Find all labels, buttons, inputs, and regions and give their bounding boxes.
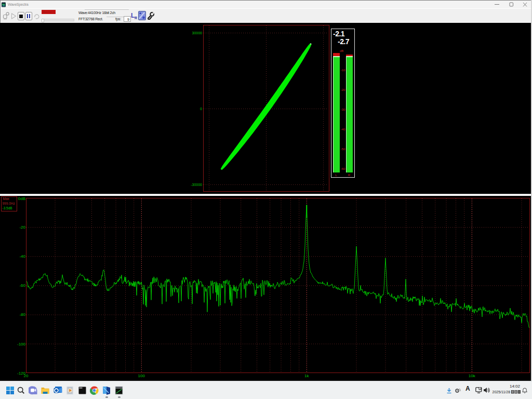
svg-text:-40: -40 — [19, 254, 25, 259]
svg-text:-10: -10 — [341, 69, 345, 72]
svg-text:R: R — [348, 174, 351, 177]
svg-text:-3.5dB: -3.5dB — [3, 206, 12, 210]
svg-text:L: L — [335, 174, 337, 177]
svg-text:100: 100 — [138, 374, 145, 378]
svg-text:999.0Hz: 999.0Hz — [3, 202, 15, 205]
svg-text:-40: -40 — [341, 128, 345, 131]
svg-text:-30000: -30000 — [191, 183, 202, 187]
svg-text:-20: -20 — [19, 225, 25, 230]
svg-text:-20: -20 — [341, 88, 345, 91]
svg-text:-30: -30 — [341, 108, 345, 111]
svg-text:-60: -60 — [341, 167, 345, 170]
svg-text:-100: -100 — [17, 342, 26, 347]
svg-text:30000: 30000 — [192, 31, 203, 35]
svg-text:0: 0 — [200, 107, 202, 111]
svg-text:-50: -50 — [341, 148, 345, 151]
svg-text:-80: -80 — [19, 312, 25, 317]
svg-text:0dB: 0dB — [18, 196, 25, 201]
svg-text:1k: 1k — [304, 374, 309, 378]
svg-text:20: 20 — [24, 374, 29, 378]
svg-text:10k: 10k — [469, 374, 476, 378]
svg-text:-60: -60 — [19, 283, 25, 288]
svg-text:Max: Max — [3, 197, 10, 201]
